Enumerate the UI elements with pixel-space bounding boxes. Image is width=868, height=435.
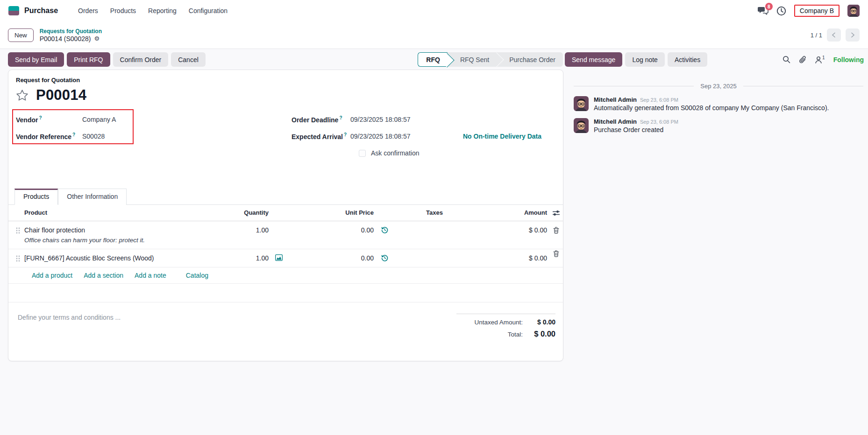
delete-row-icon[interactable] bbox=[553, 227, 559, 234]
confirm-order-button[interactable]: Confirm Order bbox=[113, 52, 169, 67]
expected-arrival-value[interactable]: 09/23/2025 18:08:57 bbox=[350, 133, 410, 140]
message-author[interactable]: Mitchell Admin bbox=[594, 118, 637, 125]
untaxed-amount-value: $ 0.00 bbox=[529, 318, 555, 326]
status-step-purchase-order[interactable]: Purchase Order bbox=[497, 52, 563, 67]
add-product-link[interactable]: Add a product bbox=[32, 272, 72, 279]
user-avatar[interactable] bbox=[847, 5, 860, 17]
ontime-delivery-link[interactable]: No On-time Delivery Data bbox=[463, 133, 541, 140]
activities-button[interactable]: Activities bbox=[668, 52, 707, 67]
vendor-reference-value[interactable]: S00028 bbox=[82, 133, 105, 140]
product-description[interactable]: Office chairs can harm your floor: prote… bbox=[24, 237, 189, 244]
drag-handle-icon[interactable] bbox=[16, 227, 20, 234]
drag-handle-icon[interactable] bbox=[16, 255, 20, 262]
column-header-taxes[interactable]: Taxes bbox=[395, 205, 474, 220]
top-navbar: Purchase Orders Products Reporting Confi… bbox=[0, 0, 868, 21]
status-step-rfq-sent[interactable]: RFQ Sent bbox=[448, 52, 497, 67]
taxes-cell[interactable] bbox=[395, 249, 474, 260]
send-message-button[interactable]: Send message bbox=[565, 52, 622, 67]
help-icon: ? bbox=[72, 132, 75, 137]
catalog-link[interactable]: Catalog bbox=[186, 272, 208, 279]
menu-products[interactable]: Products bbox=[110, 7, 136, 14]
tab-other-information[interactable]: Other Information bbox=[58, 189, 127, 205]
column-header-quantity[interactable]: Quantity bbox=[189, 205, 306, 220]
vendor-value[interactable]: Company A bbox=[82, 116, 116, 123]
table-header-row: Product Quantity Unit Price Taxes Amount bbox=[8, 205, 563, 221]
breadcrumb-current-label: P00014 (S00028) bbox=[40, 35, 91, 42]
message-avatar[interactable] bbox=[574, 118, 589, 133]
quantity-cell[interactable]: 1.00 bbox=[189, 249, 306, 267]
message-timestamp: Sep 23, 6:08 PM bbox=[640, 119, 678, 125]
followers-count: 1 bbox=[822, 55, 825, 60]
following-button[interactable]: Following bbox=[833, 56, 864, 63]
new-button[interactable]: New bbox=[8, 28, 34, 42]
statusbar: RFQ RFQ Sent Purchase Order bbox=[418, 52, 563, 67]
product-name[interactable]: [FURN_6667] Acoustic Bloc Screens (Wood) bbox=[24, 254, 189, 262]
log-note-button[interactable]: Log note bbox=[625, 52, 665, 67]
terms-notes-input[interactable]: Define your terms and conditions ... bbox=[18, 314, 121, 342]
vendor-label: Vendor? bbox=[16, 115, 82, 124]
add-section-link[interactable]: Add a section bbox=[84, 272, 123, 279]
message-avatar[interactable] bbox=[574, 96, 589, 111]
print-rfq-button[interactable]: Print RFQ bbox=[67, 52, 110, 67]
menu-orders[interactable]: Orders bbox=[78, 7, 98, 14]
tab-products[interactable]: Products bbox=[14, 189, 58, 205]
column-header-amount[interactable]: Amount bbox=[474, 205, 549, 220]
ask-confirmation-row: Ask confirmation bbox=[359, 145, 555, 161]
company-selector[interactable]: Company B bbox=[794, 5, 840, 17]
help-icon: ? bbox=[344, 132, 347, 137]
unit-price-cell[interactable]: 0.00 bbox=[306, 249, 395, 267]
cancel-button[interactable]: Cancel bbox=[171, 52, 206, 67]
status-step-rfq[interactable]: RFQ bbox=[418, 52, 448, 67]
help-icon: ? bbox=[339, 115, 342, 120]
taxes-cell[interactable] bbox=[395, 221, 474, 232]
unit-price-cell[interactable]: 0.00 bbox=[306, 221, 395, 239]
followers-icon[interactable]: 1 bbox=[815, 56, 825, 63]
app-name[interactable]: Purchase bbox=[24, 7, 58, 15]
add-note-link[interactable]: Add a note bbox=[135, 272, 166, 279]
pager-next-button[interactable] bbox=[846, 28, 860, 42]
breadcrumb-parent[interactable]: Requests for Quotation bbox=[40, 28, 102, 35]
amount-cell[interactable]: $ 0.00 bbox=[474, 249, 549, 267]
order-name[interactable]: P00014 bbox=[36, 87, 86, 104]
send-by-email-button[interactable]: Send by Email bbox=[8, 52, 64, 67]
vendor-field-row: Vendor? Company A bbox=[16, 111, 283, 128]
message-body: Purchase Order created bbox=[594, 126, 678, 133]
order-deadline-value[interactable]: 09/23/2025 18:08:57 bbox=[350, 116, 410, 123]
messages-icon[interactable]: 8 bbox=[757, 6, 768, 15]
chatter-message: Mitchell Admin Sep 23, 6:08 PM Purchase … bbox=[574, 118, 863, 133]
control-panel: New Requests for Quotation P00014 (S0002… bbox=[0, 21, 868, 49]
delete-row-icon[interactable] bbox=[553, 250, 559, 257]
optional-columns-icon[interactable] bbox=[552, 210, 560, 217]
empty-table-row bbox=[8, 284, 563, 302]
chatter-message: Mitchell Admin Sep 23, 6:08 PM Automatic… bbox=[574, 96, 863, 112]
product-name[interactable]: Chair floor protection bbox=[24, 226, 189, 234]
column-header-unit-price[interactable]: Unit Price bbox=[306, 205, 395, 220]
document-type-label: Request for Quotation bbox=[16, 77, 555, 84]
menu-configuration[interactable]: Configuration bbox=[189, 7, 228, 14]
column-header-product[interactable]: Product bbox=[24, 205, 189, 220]
forecast-chart-icon[interactable] bbox=[275, 254, 283, 261]
pager-previous-button[interactable] bbox=[827, 28, 841, 42]
price-history-icon[interactable] bbox=[381, 226, 388, 233]
search-messages-icon[interactable] bbox=[783, 56, 790, 63]
menu-reporting[interactable]: Reporting bbox=[148, 7, 177, 14]
expected-arrival-field-row: Expected Arrival? 09/23/2025 18:08:57 No… bbox=[292, 128, 555, 145]
activities-clock-icon[interactable] bbox=[776, 6, 786, 16]
quantity-cell[interactable]: 1.00 bbox=[189, 221, 306, 239]
total-value: $ 0.00 bbox=[529, 330, 555, 338]
total-label: Total: bbox=[508, 331, 523, 338]
price-history-icon[interactable] bbox=[381, 254, 388, 261]
message-author[interactable]: Mitchell Admin bbox=[594, 96, 637, 103]
purchase-app-icon[interactable] bbox=[8, 6, 19, 15]
gear-icon[interactable]: ⚙ bbox=[94, 35, 100, 42]
ask-confirmation-checkbox[interactable] bbox=[359, 150, 366, 157]
message-timestamp: Sep 23, 6:08 PM bbox=[640, 97, 678, 103]
form-sheet: Request for Quotation P00014 Vendor? Com… bbox=[8, 70, 563, 361]
attachments-icon[interactable] bbox=[799, 56, 806, 64]
table-row[interactable]: Chair floor protection Office chairs can… bbox=[8, 221, 563, 249]
order-deadline-field-row: Order Deadline? 09/23/2025 18:08:57 bbox=[292, 111, 555, 128]
amount-cell[interactable]: $ 0.00 bbox=[474, 221, 549, 239]
favorite-star-icon[interactable] bbox=[16, 89, 28, 101]
untaxed-amount-label: Untaxed Amount: bbox=[474, 319, 523, 326]
table-row[interactable]: [FURN_6667] Acoustic Bloc Screens (Wood)… bbox=[8, 249, 563, 267]
